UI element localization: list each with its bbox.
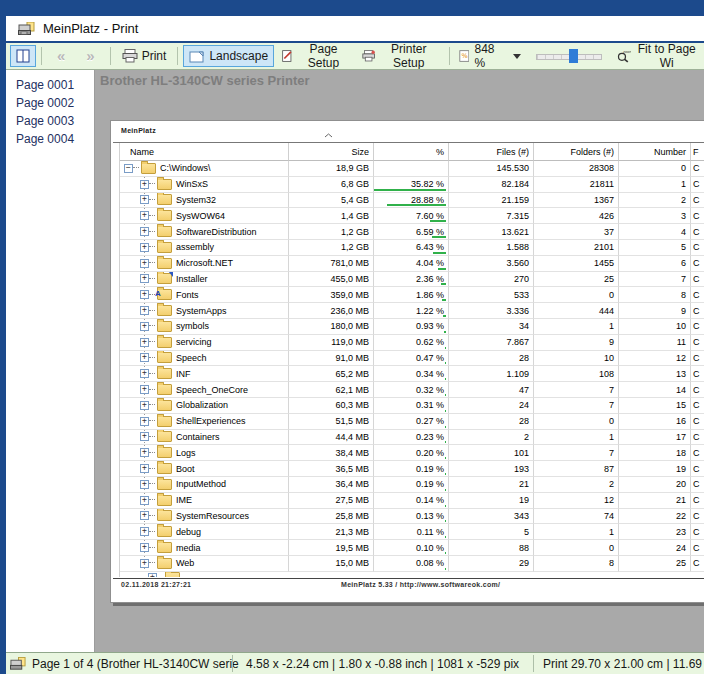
tree-expand-icon: + bbox=[140, 543, 149, 552]
printer-setup-button[interactable]: Printer Setup bbox=[356, 45, 443, 67]
size-cell: 19,5 MB bbox=[289, 540, 374, 556]
partial-row: + bbox=[120, 572, 704, 577]
files-cell: 24 bbox=[449, 398, 534, 414]
number-cell: 23 bbox=[619, 524, 691, 540]
files-cell: 3.560 bbox=[449, 256, 534, 272]
percent-cell bbox=[374, 161, 449, 177]
tree-connector bbox=[149, 215, 155, 217]
files-cell: 28 bbox=[449, 351, 534, 367]
size-cell: 15,0 MB bbox=[289, 556, 374, 572]
name-cell: + servicing bbox=[120, 335, 289, 351]
folder-name: SystemApps bbox=[176, 306, 227, 316]
status-print-info: Print 29.70 x 21.00 cm | 11.69 x 8 bbox=[543, 657, 704, 671]
fit-to-page-width-button[interactable]: zoom Fit to Page Wi bbox=[611, 45, 704, 67]
page-list-toggle-button[interactable] bbox=[10, 45, 36, 67]
files-cell: 3.336 bbox=[449, 303, 534, 319]
folder-icon bbox=[165, 572, 180, 577]
tree-expand-icon: + bbox=[140, 338, 149, 347]
percent-bar bbox=[445, 347, 446, 349]
percent-value: 0.23 % bbox=[416, 432, 444, 442]
files-cell: 343 bbox=[449, 509, 534, 525]
percent-value: 0.08 % bbox=[416, 558, 444, 568]
next-page-button[interactable]: » bbox=[76, 45, 104, 67]
number-cell: 20 bbox=[619, 477, 691, 493]
percent-bar bbox=[432, 236, 446, 238]
files-cell: 193 bbox=[449, 461, 534, 477]
folder-icon bbox=[157, 289, 172, 300]
folder-icon bbox=[157, 352, 172, 363]
table-row: + WinSxS 6,8 GB 35.82 % 82.184 21811 1 C bbox=[120, 177, 704, 193]
landscape-label: Landscape bbox=[209, 49, 268, 63]
folder-name: Microsoft.NET bbox=[176, 258, 233, 268]
name-cell: + SysWOW64 bbox=[120, 208, 289, 224]
tree-connector bbox=[149, 325, 155, 327]
tree-connector bbox=[149, 404, 155, 406]
percent-value: 0.31 % bbox=[416, 400, 444, 410]
percent-bar bbox=[445, 552, 446, 554]
sidebar-item-page-0004[interactable]: Page 0004 bbox=[6, 130, 94, 148]
prev-page-button[interactable]: « bbox=[47, 45, 75, 67]
percent-cell: 0.20 % bbox=[374, 445, 449, 461]
table-row: + INF 65,2 MB 0.34 % 1.109 108 13 C bbox=[120, 366, 704, 382]
chevron-down-icon bbox=[513, 54, 521, 59]
clipped-cell: C bbox=[691, 303, 704, 319]
files-cell: 47 bbox=[449, 382, 534, 398]
folder-name: InputMethod bbox=[176, 479, 226, 489]
table-row: + IME 27,5 MB 0.14 % 19 12 21 C bbox=[120, 493, 704, 509]
tree-connector bbox=[149, 483, 155, 485]
page-list-icon bbox=[16, 49, 30, 63]
folder-icon bbox=[157, 337, 172, 348]
size-cell: 62,1 MB bbox=[289, 382, 374, 398]
percent-cell: 6.43 % bbox=[374, 240, 449, 256]
zoom-dropdown-button[interactable] bbox=[507, 45, 527, 67]
size-cell: 18,9 GB bbox=[289, 161, 374, 177]
zoom-level-control[interactable]: % 848 % bbox=[455, 43, 507, 70]
tree-expand-icon: + bbox=[140, 448, 149, 457]
percent-bar bbox=[430, 220, 446, 222]
toolbar-separator bbox=[177, 47, 178, 65]
status-page-info: Page 1 of 4 (Brother HL-3140CW serie bbox=[32, 657, 239, 671]
page-brand: MeinPlatz bbox=[121, 127, 156, 134]
sidebar-item-page-0002[interactable]: Page 0002 bbox=[6, 94, 94, 112]
folder-name: IME bbox=[176, 495, 192, 505]
sidebar-item-page-0003[interactable]: Page 0003 bbox=[6, 112, 94, 130]
percent-cell: 0.14 % bbox=[374, 493, 449, 509]
tree-expand-icon: + bbox=[140, 496, 149, 505]
tree-connector bbox=[149, 199, 155, 201]
files-cell: 145.530 bbox=[449, 161, 534, 177]
folder-name: debug bbox=[176, 527, 201, 537]
sidebar-item-page-0001[interactable]: Page 0001 bbox=[6, 76, 94, 94]
folder-icon bbox=[157, 479, 172, 490]
percent-cell: 0.23 % bbox=[374, 430, 449, 446]
landscape-button[interactable]: Landscape bbox=[183, 45, 274, 67]
tree-connector bbox=[149, 499, 155, 501]
folder-icon bbox=[157, 400, 172, 411]
number-cell: 21 bbox=[619, 493, 691, 509]
size-cell: 91,0 MB bbox=[289, 351, 374, 367]
folders-cell: 25 bbox=[534, 272, 619, 288]
name-cell: + Fonts bbox=[120, 287, 289, 303]
folders-cell: 426 bbox=[534, 208, 619, 224]
folder-icon bbox=[157, 384, 172, 395]
tree-expand-icon: + bbox=[140, 195, 149, 204]
number-cell: 19 bbox=[619, 461, 691, 477]
zoom-slider-thumb[interactable] bbox=[569, 49, 578, 63]
page-setup-button[interactable]: Page Setup bbox=[275, 45, 355, 67]
status-cursor-info: 4.58 x -2.24 cm | 1.80 x -0.88 inch | 10… bbox=[246, 657, 519, 671]
toolbar-separator bbox=[110, 47, 111, 65]
folders-cell: 1 bbox=[534, 524, 619, 540]
files-cell: 21 bbox=[449, 477, 534, 493]
tree-connector bbox=[149, 562, 155, 564]
report-table: Name Size % Files (#) Folders (#) Number… bbox=[119, 143, 704, 577]
folder-name: Web bbox=[176, 558, 194, 568]
number-cell: 13 bbox=[619, 366, 691, 382]
name-cell: + Boot bbox=[120, 461, 289, 477]
tree-expand-icon: + bbox=[140, 243, 149, 252]
folders-cell: 444 bbox=[534, 303, 619, 319]
zoom-slider[interactable] bbox=[536, 48, 602, 64]
zoom-fit-icon: zoom bbox=[617, 48, 631, 64]
name-cell: + ShellExperiences bbox=[120, 414, 289, 430]
tree-expand-icon: + bbox=[140, 417, 149, 426]
zoom-page-icon: % bbox=[459, 49, 470, 63]
print-button[interactable]: Print bbox=[116, 45, 173, 67]
